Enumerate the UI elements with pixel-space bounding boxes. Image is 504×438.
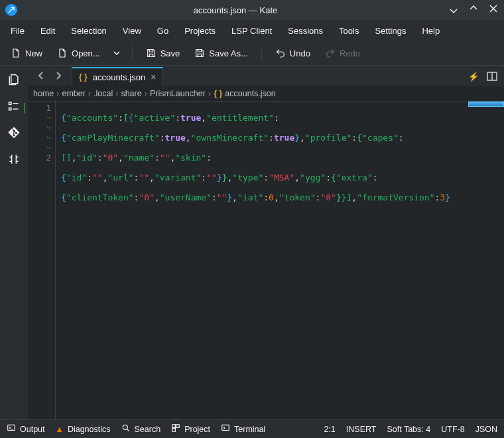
new-button[interactable]: New	[5, 45, 48, 61]
output-icon	[7, 423, 16, 435]
status-lang[interactable]: JSON	[475, 425, 497, 434]
json-icon: { }	[214, 89, 222, 98]
crumb-prismlauncher[interactable]: PrismLauncher	[150, 89, 206, 98]
menu-file[interactable]: File	[4, 23, 31, 38]
crumb-share[interactable]: share	[121, 89, 141, 98]
crumb-file[interactable]: accounts.json	[225, 89, 275, 98]
redo-icon	[325, 48, 336, 58]
documents-button[interactable]	[5, 71, 23, 88]
new-label: New	[25, 48, 42, 58]
saveas-icon	[194, 48, 205, 58]
breadcrumb[interactable]: home› ember› .local› share› PrismLaunche…	[28, 86, 504, 102]
menu-go[interactable]: Go	[151, 23, 175, 38]
outline-button[interactable]	[5, 98, 23, 115]
status-project[interactable]: Project	[171, 423, 210, 435]
svg-rect-0	[9, 102, 11, 104]
menu-view[interactable]: View	[116, 23, 148, 38]
save-button[interactable]: Save	[141, 45, 186, 61]
window-title: accounts.json — Kate	[23, 5, 448, 15]
split-view-icon[interactable]	[487, 72, 497, 83]
wrap-marker: ↪	[28, 123, 51, 133]
menu-tools[interactable]: Tools	[332, 23, 365, 38]
svg-rect-5	[172, 425, 176, 428]
terminal-icon	[221, 423, 230, 435]
undo-label: Undo	[290, 48, 310, 58]
status-diagnostics[interactable]: ▲ Diagnostics	[56, 425, 111, 434]
open-dropdown[interactable]	[109, 46, 124, 61]
toolbar-separator	[261, 46, 262, 60]
svg-rect-1	[9, 108, 11, 110]
status-search[interactable]: Search	[121, 423, 161, 435]
crumb-ember[interactable]: ember	[62, 89, 85, 98]
nav-forward[interactable]	[52, 70, 65, 83]
menu-edit[interactable]: Edit	[34, 23, 62, 38]
menu-projects[interactable]: Projects	[178, 23, 222, 38]
wrap-marker: ↪	[28, 143, 51, 153]
toolbar: New Open... Save Save As... Undo Redo	[0, 41, 504, 65]
gutter: 1 ↪ ↪ ↪ ↪ 2	[28, 102, 56, 419]
minimap[interactable]	[468, 102, 504, 107]
wrap-marker: ↪	[28, 133, 51, 143]
warning-icon: ▲	[56, 425, 64, 434]
json-icon: { }	[79, 72, 88, 82]
titlebar: accounts.json — Kate	[0, 0, 504, 20]
saveas-button[interactable]: Save As...	[189, 45, 253, 61]
svg-rect-6	[176, 425, 180, 428]
project-icon	[171, 423, 180, 435]
tab-accounts-json[interactable]: { } accounts.json ×	[72, 67, 163, 86]
statusbar: Output ▲ Diagnostics Search Project Term…	[0, 419, 504, 438]
line-number: 1	[24, 103, 51, 113]
status-output[interactable]: Output	[7, 423, 45, 435]
status-tabs[interactable]: Soft Tabs: 4	[387, 425, 430, 434]
status-terminal[interactable]: Terminal	[221, 423, 265, 435]
menu-selection[interactable]: Selection	[64, 23, 113, 38]
saveas-label: Save As...	[209, 48, 248, 58]
maximize-button[interactable]	[468, 5, 479, 16]
toolbar-separator	[132, 46, 133, 60]
tab-filename: accounts.json	[93, 72, 146, 82]
redo-button[interactable]: Redo	[320, 45, 365, 61]
open-file-icon	[57, 48, 68, 58]
svg-point-4	[123, 425, 127, 429]
menu-settings[interactable]: Settings	[368, 23, 412, 38]
line-number: 2	[28, 153, 51, 163]
redo-label: Redo	[340, 48, 360, 58]
crumb-home[interactable]: home	[33, 89, 54, 98]
open-button[interactable]: Open...	[52, 45, 105, 61]
tab-row: { } accounts.json × ⚡	[28, 66, 504, 86]
code-editor[interactable]: 1 ↪ ↪ ↪ ↪ 2 {"accounts":[{"active":true,…	[28, 102, 504, 419]
status-cursor[interactable]: 2:1	[324, 425, 335, 434]
sidebar	[0, 66, 28, 419]
nav-back[interactable]	[34, 70, 48, 83]
menubar: File Edit Selection View Go Projects LSP…	[0, 20, 504, 41]
minimize-button[interactable]	[448, 5, 459, 16]
app-icon	[5, 4, 17, 16]
undo-button[interactable]: Undo	[270, 45, 316, 61]
svg-rect-8	[222, 425, 229, 430]
save-label: Save	[160, 48, 180, 58]
code-content[interactable]: {"accounts":[{"active":true,"entitlement…	[56, 102, 504, 419]
menu-help[interactable]: Help	[415, 23, 446, 38]
new-file-icon	[11, 48, 21, 58]
wrap-marker: ↪	[28, 113, 51, 123]
search-icon	[121, 423, 131, 435]
git-button[interactable]	[5, 124, 23, 141]
undo-icon	[275, 48, 286, 58]
open-label: Open...	[72, 48, 100, 58]
crumb-local[interactable]: .local	[94, 89, 113, 98]
status-mode[interactable]: INSERT	[346, 425, 377, 434]
symbols-button[interactable]	[5, 151, 23, 168]
svg-rect-7	[172, 429, 176, 432]
save-icon	[146, 48, 157, 58]
close-button[interactable]	[488, 5, 499, 16]
menu-lsp-client[interactable]: LSP Client	[225, 23, 279, 38]
quick-actions-icon[interactable]: ⚡	[468, 72, 479, 83]
status-encoding[interactable]: UTF-8	[441, 425, 464, 434]
menu-sessions[interactable]: Sessions	[281, 23, 330, 38]
tab-close[interactable]: ×	[151, 72, 156, 82]
